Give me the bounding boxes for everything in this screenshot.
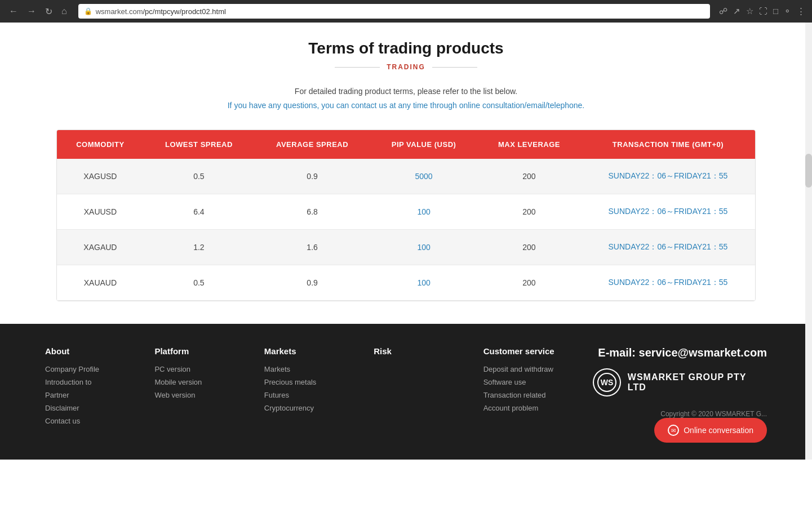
browser-chrome: ← → ↻ ⌂ 🔒 wsmarket.com /pc/mtpcyw/prodct… <box>0 0 812 23</box>
table-body: XAGUSD0.50.95000200SUNDAY22：06～FRIDAY21：… <box>57 159 755 301</box>
footer-col-customer-service: Customer service Deposit and withdraw So… <box>483 346 570 443</box>
browser-toolbar: ☍ ↗ ☆ ⛶ □ ⚬ ⋮ <box>719 6 805 16</box>
header-row: COMMODITY LOWEST SPREAD AVERAGE SPREAD P… <box>57 130 755 159</box>
subtitle-wrapper: TRADING <box>56 63 756 71</box>
footer-link-account[interactable]: Account problem <box>483 404 570 412</box>
cell-avg-spread: 0.9 <box>254 159 370 194</box>
cell-transaction-time: SUNDAY22：06～FRIDAY21：55 <box>581 265 755 301</box>
footer-email: E-mail: service@wsmarket.com <box>598 346 767 359</box>
footer-link-pc[interactable]: PC version <box>154 365 241 373</box>
cell-avg-spread: 1.6 <box>254 230 370 265</box>
footer-link-precious-metals[interactable]: Precious metals <box>264 378 351 386</box>
address-bar[interactable]: 🔒 wsmarket.com /pc/mtpcyw/prodct02.html <box>78 4 710 19</box>
page-title: Terms of trading products <box>56 39 756 57</box>
refresh-button[interactable]: ↻ <box>43 4 55 19</box>
cell-avg-spread: 6.8 <box>254 194 370 230</box>
table-header: COMMODITY LOWEST SPREAD AVERAGE SPREAD P… <box>57 130 755 159</box>
cell-transaction-time: SUNDAY22：06～FRIDAY21：55 <box>581 159 755 194</box>
footer-link-web[interactable]: Web version <box>154 391 241 399</box>
col-transaction-time: TRANSACTION TIME (GMT+0) <box>581 130 755 159</box>
footer-link-mobile[interactable]: Mobile version <box>154 378 241 386</box>
scrollbar-track <box>805 23 812 460</box>
scrollbar-thumb[interactable] <box>805 154 812 188</box>
cell-pip-value: 5000 <box>370 159 477 194</box>
footer-col-about: About Company Profile Introduction to Pa… <box>45 346 132 443</box>
table-row: XAUUSD6.46.8100200SUNDAY22：06～FRIDAY21：5… <box>57 194 755 230</box>
forward-button[interactable]: → <box>25 4 38 19</box>
footer-col-risk: Risk <box>374 346 460 443</box>
footer-logo: WS <box>593 368 621 396</box>
table-row: XAGUSD0.50.95000200SUNDAY22：06～FRIDAY21：… <box>57 159 755 194</box>
footer-markets-title: Markets <box>264 346 351 356</box>
footer-copyright: Copyright © 2020 WSMARKET G... <box>660 410 767 418</box>
footer-brand-name: WSMARKET GROUP PTY LTD <box>628 372 767 393</box>
window-icon[interactable]: □ <box>773 6 778 16</box>
cell-commodity: XAUUSD <box>57 194 144 230</box>
col-max-leverage: MAX LEVERAGE <box>477 130 581 159</box>
cell-max-leverage: 200 <box>477 265 581 301</box>
cell-max-leverage: 200 <box>477 159 581 194</box>
footer-link-deposit[interactable]: Deposit and withdraw <box>483 365 570 373</box>
cell-transaction-time: SUNDAY22：06～FRIDAY21：55 <box>581 230 755 265</box>
extensions-icon[interactable]: ⛶ <box>759 6 767 16</box>
profile-icon[interactable]: ⚬ <box>784 6 791 16</box>
cell-lowest-spread: 1.2 <box>144 230 254 265</box>
address-base: wsmarket.com <box>96 7 143 16</box>
cell-transaction-time: SUNDAY22：06～FRIDAY21：55 <box>581 194 755 230</box>
description-line2: If you have any questions, you can conta… <box>56 99 756 113</box>
lock-icon: 🔒 <box>84 7 92 15</box>
cell-commodity: XAGAUD <box>57 230 144 265</box>
footer-col-platform: Platform PC version Mobile version Web v… <box>154 346 241 443</box>
footer-link-contact[interactable]: Contact us <box>45 417 132 425</box>
subtitle-line-right <box>432 67 477 68</box>
col-commodity: COMMODITY <box>57 130 144 159</box>
footer-link-disclaimer[interactable]: Disclaimer <box>45 404 132 412</box>
cell-pip-value: 100 <box>370 194 477 230</box>
footer-col-markets: Markets Markets Precious metals Futures … <box>264 346 351 443</box>
screenshot-icon[interactable]: ☍ <box>719 6 727 16</box>
online-chat-label: Online conversation <box>684 426 753 435</box>
address-path: /pc/mtpcyw/prodct02.html <box>143 7 225 16</box>
chat-icon: ✉ <box>668 425 679 436</box>
cell-pip-value: 100 <box>370 230 477 265</box>
trading-table: COMMODITY LOWEST SPREAD AVERAGE SPREAD P… <box>57 130 755 301</box>
col-lowest-spread: LOWEST SPREAD <box>144 130 254 159</box>
page-subtitle: TRADING <box>387 63 425 71</box>
footer-link-introduction[interactable]: Introduction to <box>45 378 132 386</box>
footer-link-markets[interactable]: Markets <box>264 365 351 373</box>
footer-link-partner[interactable]: Partner <box>45 391 132 399</box>
cell-lowest-spread: 0.5 <box>144 265 254 301</box>
footer-link-software[interactable]: Software use <box>483 378 570 386</box>
table-row: XAGAUD1.21.6100200SUNDAY22：06～FRIDAY21：5… <box>57 230 755 265</box>
table-row: XAUAUD0.50.9100200SUNDAY22：06～FRIDAY21：5… <box>57 265 755 301</box>
bookmark-icon[interactable]: ☆ <box>746 6 753 16</box>
footer-platform-title: Platform <box>154 346 241 356</box>
cell-avg-spread: 0.9 <box>254 265 370 301</box>
wsmarket-logo-svg: WS <box>597 372 617 393</box>
cell-commodity: XAUAUD <box>57 265 144 301</box>
description-line1: For detailed trading product terms, plea… <box>56 84 756 99</box>
subtitle-line-left <box>335 67 380 68</box>
cell-max-leverage: 200 <box>477 230 581 265</box>
col-pip-value: PIP VALUE (USD) <box>370 130 477 159</box>
cell-lowest-spread: 0.5 <box>144 159 254 194</box>
footer-link-futures[interactable]: Futures <box>264 391 351 399</box>
back-button[interactable]: ← <box>7 4 20 19</box>
footer-brand: WS WSMARKET GROUP PTY LTD <box>593 368 767 396</box>
share-icon[interactable]: ↗ <box>733 6 740 16</box>
footer-link-company-profile[interactable]: Company Profile <box>45 365 132 373</box>
footer-link-crypto[interactable]: Cryptocurrency <box>264 404 351 412</box>
cell-lowest-spread: 6.4 <box>144 194 254 230</box>
online-chat-button[interactable]: ✉ Online conversation <box>654 418 767 443</box>
footer: About Company Profile Introduction to Pa… <box>0 324 812 460</box>
cell-pip-value: 100 <box>370 265 477 301</box>
description: For detailed trading product terms, plea… <box>56 84 756 113</box>
page-wrapper: Terms of trading products TRADING For de… <box>0 23 812 460</box>
home-button[interactable]: ⌂ <box>59 4 69 19</box>
footer-about-title: About <box>45 346 132 356</box>
svg-text:WS: WS <box>601 378 614 387</box>
menu-icon[interactable]: ⋮ <box>797 6 805 16</box>
footer-link-transaction[interactable]: Transaction related <box>483 391 570 399</box>
cell-max-leverage: 200 <box>477 194 581 230</box>
footer-customer-title: Customer service <box>483 346 570 356</box>
